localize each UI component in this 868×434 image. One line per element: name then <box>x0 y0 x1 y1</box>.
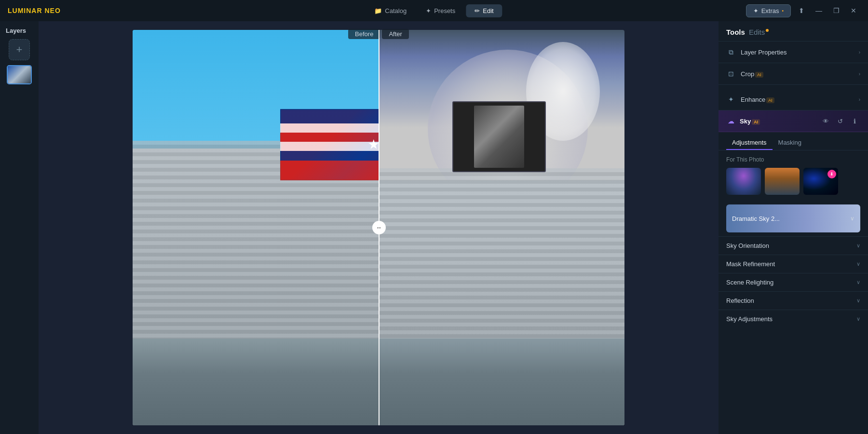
layers-panel: Layers + <box>0 21 39 434</box>
sky-adjustments-arrow: ∨ <box>856 316 860 322</box>
app-logo: LUMINAR NEO <box>8 7 61 14</box>
titlebar-nav: 📁 Catalog ✦ Presets ✏ Edit <box>366 4 502 17</box>
tools-header: Tools Edits <box>719 21 868 41</box>
split-image: ↔ <box>133 30 624 425</box>
sky-reset-btn[interactable]: ↺ <box>834 115 846 127</box>
add-layer-button[interactable]: + <box>9 39 30 60</box>
enhance-ai-badge: AI <box>766 97 774 103</box>
close-button[interactable]: ✕ <box>847 4 860 17</box>
catalog-icon: 📁 <box>374 7 382 14</box>
sky-header: ☁ SkyAI 👁 ↺ ℹ <box>726 115 860 127</box>
mask-refinement-arrow: ∨ <box>856 261 860 267</box>
sky-tabs: Adjustments Masking <box>719 132 868 150</box>
tab-masking[interactable]: Masking <box>773 136 807 150</box>
sky-visibility-btn[interactable]: 👁 <box>820 115 831 127</box>
edit-icon: ✏ <box>475 7 480 14</box>
tab-adjustments[interactable]: Adjustments <box>726 136 773 150</box>
presets-nav-btn[interactable]: ✦ Presets <box>417 4 464 17</box>
edits-tab[interactable]: Edits <box>749 28 769 36</box>
crop-arrow: › <box>859 71 860 77</box>
sky-selector-label: Dramatic Sky 2... <box>732 215 780 222</box>
sky-selector-arrow-icon: ∨ <box>850 215 854 222</box>
enhance-section[interactable]: ✦ EnhanceAI › <box>719 89 868 110</box>
minimize-button[interactable]: — <box>812 4 826 17</box>
reflection-arrow: ∨ <box>856 298 860 304</box>
sky-ai-badge: AI <box>752 119 760 125</box>
sky-orientation-arrow: ∨ <box>856 243 860 249</box>
edit-nav-btn[interactable]: ✏ Edit <box>466 4 502 17</box>
layer-properties-section[interactable]: ⧉ Layer Properties › <box>719 41 868 63</box>
billboard-after <box>452 101 546 173</box>
image-container: ↔ <box>39 21 719 434</box>
sky-preset-1[interactable] <box>726 168 761 195</box>
extras-button[interactable]: ✦ Extras • <box>746 4 791 17</box>
for-this-photo-title: For This Photo <box>726 156 860 163</box>
layer-properties-label: Layer Properties <box>741 49 854 56</box>
titlebar-right: ✦ Extras • ⬆ — ❐ ✕ <box>746 4 860 17</box>
titlebar: LUMINAR NEO 📁 Catalog ✦ Presets ✏ Edit ✦… <box>0 0 868 21</box>
presets-icon: ✦ <box>426 7 431 14</box>
extras-icon: ✦ <box>753 7 759 14</box>
preset-badge: ⬇ <box>827 170 836 178</box>
crop-icon: ⊡ <box>726 69 736 79</box>
sky-controls: 👁 ↺ ℹ <box>820 115 860 127</box>
sky-presets-row: ⬇ <box>726 168 860 195</box>
layers-title: Layers <box>4 27 35 34</box>
right-panel: Tools Edits ⧉ Layer Properties › ⊡ CropA… <box>719 21 868 434</box>
che-portrait <box>474 106 524 168</box>
sky-label: SkyAI <box>740 118 816 125</box>
mask-refinement-label: Mask Refinement <box>726 260 853 268</box>
plus-icon: + <box>16 43 23 56</box>
split-divider: ↔ <box>379 30 380 425</box>
tools-tab[interactable]: Tools <box>726 28 745 36</box>
mask-refinement-section[interactable]: Mask Refinement ∨ <box>719 255 868 273</box>
crop-label: CropAI <box>741 70 854 78</box>
before-image <box>133 30 379 425</box>
layer-properties-arrow: › <box>859 50 860 55</box>
before-track <box>133 339 379 425</box>
sky-orientation-section[interactable]: Sky Orientation ∨ <box>719 236 868 255</box>
sky-info-btn[interactable]: ℹ <box>849 115 860 127</box>
billboard-before <box>280 109 379 180</box>
catalog-nav-btn[interactable]: 📁 Catalog <box>366 4 415 17</box>
scene-relighting-section[interactable]: Scene Relighting ∨ <box>719 273 868 291</box>
layer-thumb-image <box>8 66 31 83</box>
share-button[interactable]: ⬆ <box>795 4 808 17</box>
enhance-arrow: › <box>859 97 860 102</box>
main-layout: Layers + Before After <box>0 21 868 434</box>
enhance-icon: ✦ <box>726 95 736 104</box>
sky-adjustments-label: Sky Adjustments <box>726 315 853 323</box>
maximize-button[interactable]: ❐ <box>829 4 843 17</box>
split-handle[interactable]: ↔ <box>372 221 386 234</box>
scene-relighting-label: Scene Relighting <box>726 279 853 286</box>
sky-preset-3[interactable]: ⬇ <box>803 168 838 195</box>
sky-selector[interactable]: Dramatic Sky 2... ∨ <box>726 204 860 232</box>
titlebar-left: LUMINAR NEO <box>8 7 61 14</box>
enhance-label: EnhanceAI <box>741 96 854 103</box>
sky-preset-2[interactable] <box>765 168 800 195</box>
reflection-section[interactable]: Reflection ∨ <box>719 291 868 310</box>
scene-relighting-arrow: ∨ <box>856 279 860 285</box>
crop-ai-badge: AI <box>755 72 763 78</box>
sky-icon: ☁ <box>726 116 736 126</box>
layer-thumbnail[interactable] <box>7 65 32 84</box>
layer-properties-icon: ⧉ <box>726 47 736 57</box>
sky-orientation-label: Sky Orientation <box>726 242 853 249</box>
after-track <box>379 339 624 425</box>
edits-dot <box>766 29 769 32</box>
crop-section[interactable]: ⊡ CropAI › <box>719 63 868 85</box>
for-this-photo: For This Photo ⬇ <box>719 150 868 201</box>
after-image <box>379 30 624 425</box>
canvas-area: Before After <box>39 21 719 434</box>
sky-adjustments-section[interactable]: Sky Adjustments ∨ <box>719 310 868 328</box>
sky-section: ☁ SkyAI 👁 ↺ ℹ <box>719 110 868 132</box>
reflection-label: Reflection <box>726 297 853 304</box>
